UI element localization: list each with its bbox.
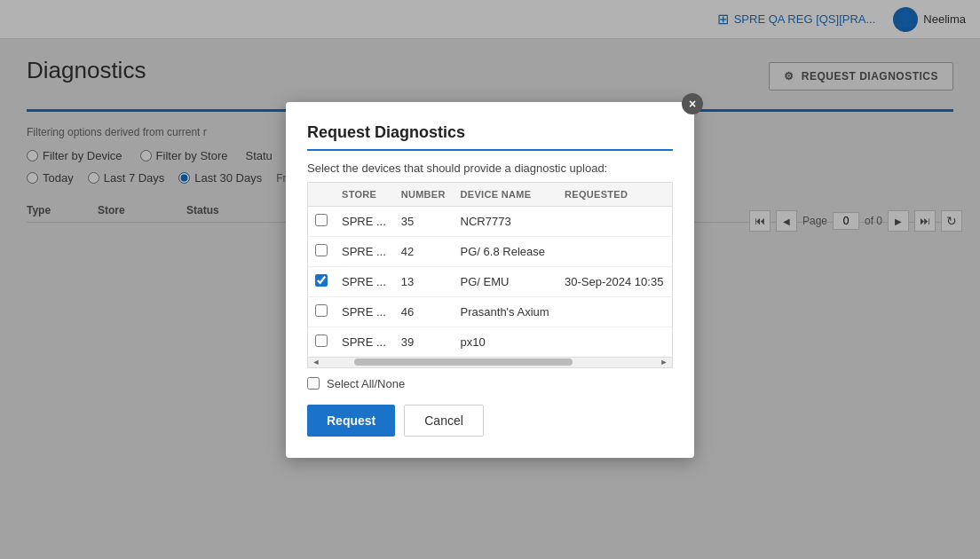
request-diagnostics-modal: × Request Diagnostics Select the devices… <box>286 102 694 458</box>
device-checkbox-0[interactable] <box>315 214 328 226</box>
modal-title: Request Diagnostics <box>307 123 673 151</box>
row-requested <box>557 327 672 357</box>
select-all-checkbox[interactable] <box>307 377 320 390</box>
cancel-button[interactable]: Cancel <box>404 405 484 437</box>
device-checkbox-3[interactable] <box>315 304 328 317</box>
row-device-name: PG/ EMU <box>454 266 557 296</box>
col-store-header: STORE <box>335 183 394 207</box>
modal-buttons: Request Cancel <box>307 405 673 437</box>
modal-close-button[interactable]: × <box>682 93 703 114</box>
table-row: SPRE ... 35 NCR7773 <box>308 206 672 236</box>
row-device-name: px10 <box>454 327 557 357</box>
row-device-name: Prasanth's Axium <box>454 296 557 327</box>
row-store: SPRE ... <box>335 236 394 266</box>
row-requested <box>557 236 672 266</box>
select-all-row: Select All/None <box>307 377 673 390</box>
row-store: SPRE ... <box>335 327 394 357</box>
table-row: SPRE ... 42 PG/ 6.8 Release <box>308 236 672 266</box>
row-device-name: NCR7773 <box>454 206 557 236</box>
row-checkbox-cell[interactable] <box>308 327 335 357</box>
row-device-name: PG/ 6.8 Release <box>454 236 557 266</box>
row-number: 39 <box>394 327 454 357</box>
col-number-header: NUMBER <box>394 183 454 207</box>
device-table: STORE NUMBER DEVICE NAME REQUESTED SPRE … <box>308 183 672 357</box>
scroll-right-arrow[interactable]: ► <box>658 356 670 368</box>
col-devicename-header: DEVICE NAME <box>454 183 557 207</box>
row-requested <box>557 206 672 236</box>
row-number: 35 <box>394 206 454 236</box>
request-button[interactable]: Request <box>307 405 395 437</box>
col-requested-header: REQUESTED <box>557 183 672 207</box>
modal-table-container: STORE NUMBER DEVICE NAME REQUESTED SPRE … <box>307 182 673 368</box>
row-checkbox-cell[interactable] <box>308 236 335 266</box>
device-checkbox-2[interactable] <box>315 274 328 287</box>
select-all-label: Select All/None <box>327 377 405 390</box>
col-checkbox-header <box>308 183 335 207</box>
modal-table-scroll[interactable]: STORE NUMBER DEVICE NAME REQUESTED SPRE … <box>308 183 672 357</box>
scroll-thumb <box>354 358 573 366</box>
row-checkbox-cell[interactable] <box>308 266 335 296</box>
row-store: SPRE ... <box>335 296 394 327</box>
modal-overlay: × Request Diagnostics Select the devices… <box>0 0 980 559</box>
row-number: 46 <box>394 296 454 327</box>
horizontal-scrollbar[interactable]: ◄ ► <box>308 357 672 367</box>
table-row: SPRE ... 46 Prasanth's Axium <box>308 296 672 327</box>
table-header-row: STORE NUMBER DEVICE NAME REQUESTED <box>308 183 672 207</box>
row-store: SPRE ... <box>335 266 394 296</box>
scroll-left-arrow[interactable]: ◄ <box>310 356 322 368</box>
row-requested <box>557 296 672 327</box>
row-checkbox-cell[interactable] <box>308 206 335 236</box>
row-number: 42 <box>394 236 454 266</box>
row-requested: 30-Sep-2024 10:35 <box>557 266 672 296</box>
table-row: SPRE ... 39 px10 <box>308 327 672 357</box>
row-number: 13 <box>394 266 454 296</box>
row-checkbox-cell[interactable] <box>308 296 335 327</box>
row-store: SPRE ... <box>335 206 394 236</box>
modal-subtitle: Select the devices that should provide a… <box>307 161 673 175</box>
device-checkbox-1[interactable] <box>315 244 328 256</box>
table-row: SPRE ... 13 PG/ EMU 30-Sep-2024 10:35 <box>308 266 672 296</box>
device-checkbox-4[interactable] <box>315 335 328 347</box>
